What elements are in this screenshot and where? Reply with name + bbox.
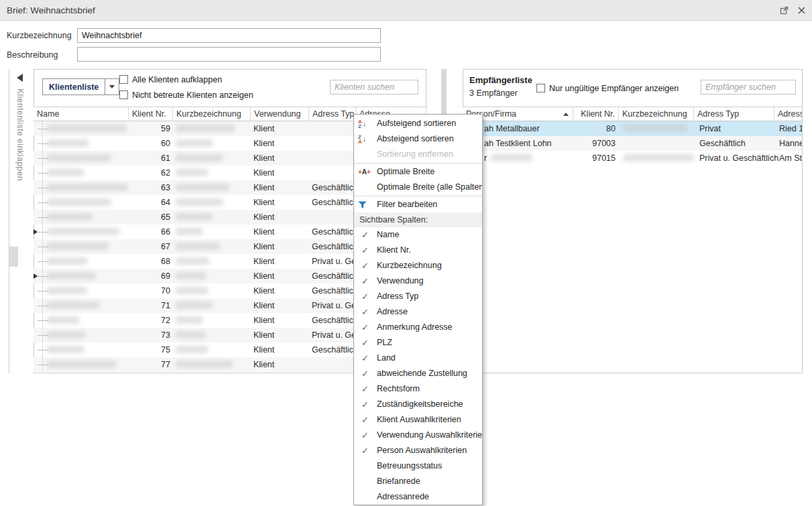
empfaengerliste-title: Empfängerliste — [469, 75, 532, 85]
table-row[interactable]: r97015Privat u. GeschäftlichAm Sta — [463, 151, 802, 166]
column-header-klient-nr-[interactable]: Klient Nr. — [129, 107, 173, 121]
menu-item-aufsteigend-sortieren[interactable]: Aufsteigend sortierenAZ↓ — [354, 116, 482, 131]
menu-column-toggle-klient-nr-[interactable]: Klient Nr.✓ — [354, 243, 482, 258]
cell-klient-nr: 71 — [129, 298, 170, 313]
column-header-adress-typ[interactable]: Adress Typ — [694, 107, 774, 121]
menu-column-toggle-kurzbezeichnung[interactable]: Kurzbezeichnung✓ — [354, 258, 482, 273]
table-row[interactable]: ah Metallbauer80PrivatRied 1, — [463, 121, 802, 136]
cell-verwendung: Klient — [253, 121, 310, 136]
redacted-kurzbezeichnung — [176, 125, 235, 132]
cell-klient-nr: 68 — [129, 254, 170, 269]
column-header-name[interactable]: Name — [34, 107, 129, 121]
kurzbezeichnung-field[interactable] — [77, 28, 381, 43]
menu-column-toggle-anmerkung-adresse[interactable]: Anmerkung Adresse✓ — [354, 320, 482, 335]
menu-separator — [354, 196, 482, 196]
checkmark-icon: ✓ — [361, 243, 375, 258]
column-header-kurzbezeichnung[interactable]: Kurzbezeichnung — [173, 107, 251, 121]
checkmark-icon: ✓ — [361, 227, 375, 243]
redacted-name — [47, 272, 95, 279]
table-row[interactable]: ah Testklient Lohn97003GeschäftlichHanne — [463, 136, 802, 151]
cell-klient-nr: 80 — [573, 121, 616, 136]
menu-item-optimale-breite[interactable]: Optimale Breite+A+ — [354, 164, 482, 180]
cell-klient-nr: 97003 — [573, 136, 616, 151]
title-bar: Brief: Weihnachtsbrief — [0, 0, 812, 21]
column-header-adress-typ[interactable]: Adress Typ — [309, 107, 356, 121]
nur-ungueltige-empfaenger-label: Nur ungültige Empfänger anzeigen — [549, 84, 679, 93]
empfaenger-table-header: Person/FirmaKlient Nr.KurzbezeichnungAdr… — [463, 107, 802, 121]
cell-klient-nr: 60 — [129, 136, 170, 151]
menu-item-sortierung-entfernen[interactable]: Sortierung entfernen — [354, 147, 482, 162]
menu-separator — [354, 163, 482, 164]
close-icon[interactable] — [796, 5, 807, 15]
cell-klient-nr: 59 — [129, 121, 170, 136]
splitter-grip[interactable] — [9, 247, 18, 267]
column-header-verwendung[interactable]: Verwendung — [251, 107, 309, 121]
cell-verwendung: Klient — [253, 210, 310, 225]
menu-item-absteigend-sortieren[interactable]: Absteigend sortierenZA↓ — [354, 131, 482, 147]
menu-column-toggle-adress-typ[interactable]: Adress Typ✓ — [354, 289, 482, 304]
chevron-down-icon[interactable] — [105, 79, 119, 94]
alle-klienten-aufklappen-checkbox[interactable] — [119, 75, 128, 84]
nicht-betreute-klienten-checkbox[interactable] — [119, 90, 128, 99]
checkmark-icon: ✓ — [361, 443, 375, 458]
collapse-panel-label[interactable]: Klientenliste einklappen — [15, 88, 25, 181]
collapse-panel-icon[interactable] — [17, 74, 23, 82]
redacted-name — [47, 198, 111, 206]
redacted-kurzbezeichnung — [176, 213, 213, 220]
nur-ungueltige-empfaenger-checkbox[interactable] — [536, 84, 545, 92]
menu-column-toggle-land[interactable]: Land✓ — [354, 351, 482, 366]
cell-verwendung: Klient — [253, 269, 310, 283]
cell-klient-nr: 70 — [129, 283, 170, 298]
menu-item-filter-bearbeiten[interactable]: Filter bearbeiten — [354, 197, 482, 212]
menu-column-toggle-verwendung-auswahlkriterien[interactable]: Verwendung Auswahlkriterien✓ — [354, 428, 482, 443]
popout-icon[interactable] — [778, 5, 789, 15]
menu-column-toggle-adressanrede[interactable]: Adressanrede — [354, 489, 482, 505]
cell-klient-nr: 65 — [129, 210, 170, 225]
redacted-name — [47, 346, 84, 353]
cell-verwendung: Klient — [253, 195, 310, 210]
menu-column-toggle-zust-ndigkeitsbereiche[interactable]: Zuständigkeitsbereiche✓ — [354, 397, 482, 412]
redacted-name — [47, 184, 127, 191]
menu-item-optimale-breite-alle-spalten-[interactable]: Optimale Breite (alle Spalten) — [354, 180, 482, 195]
column-header-adresse[interactable]: Adresse — [774, 107, 802, 121]
redacted-kurzbezeichnung — [176, 331, 206, 338]
column-header-kurzbezeichnung[interactable]: Kurzbezeichnung — [619, 107, 694, 121]
menu-column-toggle-rechtsform[interactable]: Rechtsform✓ — [354, 381, 482, 397]
empfaenger-search-input[interactable] — [701, 80, 796, 94]
redacted-kurzbezeichnung — [176, 228, 202, 235]
cell-verwendung: Klient — [253, 298, 310, 313]
redacted-name — [47, 125, 126, 132]
checkmark-icon: ✓ — [361, 258, 375, 273]
cell-verwendung: Klient — [253, 313, 310, 328]
redacted-name — [47, 361, 117, 368]
cell-verwendung: Klient — [253, 166, 310, 180]
cell-klient-nr: 67 — [129, 239, 170, 254]
redacted-name — [47, 287, 87, 294]
redacted-name — [47, 257, 87, 265]
redacted-kurzbezeichnung — [176, 302, 213, 309]
menu-column-toggle-name[interactable]: Name✓ — [354, 227, 482, 243]
redacted-name — [47, 139, 89, 147]
sort-descending-icon: ZA↓ — [358, 131, 374, 147]
cell-klient-nr: 75 — [129, 342, 170, 357]
redacted-kurzbezeichnung — [176, 154, 223, 162]
empfaenger-table: ah Metallbauer80PrivatRied 1,ah Testklie… — [463, 121, 802, 168]
redacted-kurzbezeichnung — [176, 287, 208, 294]
redacted-name — [47, 154, 111, 162]
beschreibung-field[interactable] — [77, 47, 381, 62]
menu-section-visible-columns: Sichtbare Spalten: — [354, 212, 482, 227]
menu-column-toggle-verwendung[interactable]: Verwendung✓ — [354, 273, 482, 289]
menu-column-toggle-klient-auswahlkriterien[interactable]: Klient Auswahlkriterien✓ — [354, 412, 482, 428]
cell-verwendung: Klient — [253, 328, 310, 342]
menu-column-toggle-adresse[interactable]: Adresse✓ — [354, 304, 482, 320]
cell-klient-nr: 97015 — [573, 151, 616, 166]
menu-column-toggle-person-auswahlkriterien[interactable]: Person Auswahlkriterien✓ — [354, 443, 482, 458]
klientenliste-dropdown-button[interactable]: Klientenliste — [42, 78, 119, 95]
menu-column-toggle-plz[interactable]: PLZ✓ — [354, 335, 482, 351]
klienten-search-input[interactable] — [330, 80, 418, 94]
menu-column-toggle-briefanrede[interactable]: Briefanrede — [354, 474, 482, 489]
menu-column-toggle-abweichende-zustellung[interactable]: abweichende Zustellung✓ — [354, 366, 482, 381]
menu-column-toggle-betreuungsstatus[interactable]: Betreuungsstatus — [354, 458, 482, 474]
letter-dialog-window: Brief: Weihnachtsbrief Kurzbezeichnung B… — [0, 0, 812, 506]
column-header-klient-nr-[interactable]: Klient Nr. — [573, 107, 619, 121]
